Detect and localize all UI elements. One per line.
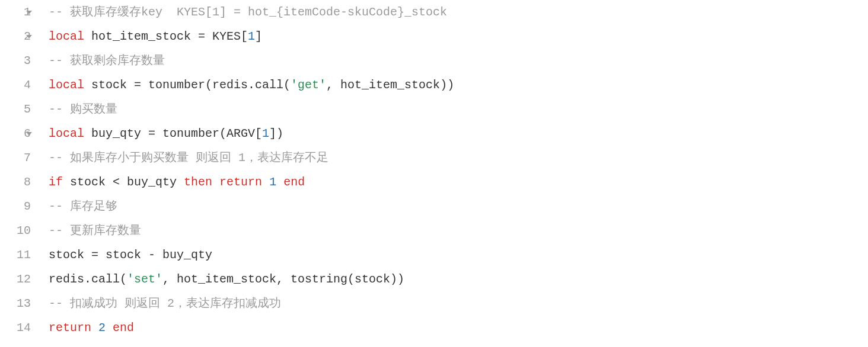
token-identifier bbox=[276, 175, 283, 189]
line-number-text: 3 bbox=[24, 54, 31, 68]
token-keyword: end bbox=[283, 175, 305, 189]
token-keyword: return bbox=[49, 321, 91, 335]
token-comment: -- 获取剩余库存数量 bbox=[49, 54, 165, 68]
line-number: 4 bbox=[0, 73, 31, 97]
code-line[interactable]: -- 购买数量 bbox=[49, 97, 868, 121]
fold-toggle-icon[interactable] bbox=[26, 35, 32, 38]
line-number: 5 bbox=[0, 97, 31, 121]
token-comment: -- 如果库存小于购买数量 则返回 1，表达库存不足 bbox=[49, 151, 328, 165]
token-identifier: ] bbox=[255, 30, 262, 43]
token-keyword: return bbox=[219, 175, 262, 189]
line-number-text: 8 bbox=[24, 175, 31, 189]
token-identifier: , hot_item_stock, tostring(stock)) bbox=[162, 272, 404, 286]
line-number: 13 bbox=[0, 291, 31, 316]
token-identifier: hot_item_stock = KYES[ bbox=[84, 30, 248, 43]
line-number-text: 5 bbox=[24, 102, 31, 116]
line-number-text: 11 bbox=[17, 248, 31, 262]
line-number: 6 bbox=[0, 121, 31, 146]
token-identifier bbox=[212, 175, 219, 189]
code-line[interactable]: if stock < buy_qty then return 1 end bbox=[49, 170, 868, 194]
token-comment: -- 扣减成功 则返回 2，表达库存扣减成功 bbox=[49, 297, 281, 310]
line-number-text: 4 bbox=[24, 78, 31, 92]
token-string: 'set' bbox=[127, 272, 162, 286]
token-number: 1 bbox=[262, 127, 269, 140]
token-identifier bbox=[106, 321, 113, 335]
code-line[interactable]: -- 库存足够 bbox=[49, 194, 868, 219]
line-number: 3 bbox=[0, 49, 31, 73]
line-number-text: 7 bbox=[24, 151, 31, 165]
token-keyword: local bbox=[49, 127, 84, 140]
line-number-text: 14 bbox=[17, 321, 31, 335]
token-keyword: local bbox=[49, 30, 84, 43]
fold-toggle-icon[interactable] bbox=[26, 11, 32, 14]
line-number: 11 bbox=[0, 243, 31, 267]
code-line[interactable]: -- 更新库存数量 bbox=[49, 219, 868, 243]
token-comment: -- 库存足够 bbox=[49, 200, 117, 213]
line-number: 7 bbox=[0, 146, 31, 170]
code-line[interactable]: -- 扣减成功 则返回 2，表达库存扣减成功 bbox=[49, 291, 868, 316]
line-number-text: 13 bbox=[17, 297, 31, 310]
code-line[interactable]: return 2 end bbox=[49, 316, 868, 340]
token-number: 1 bbox=[248, 30, 255, 43]
token-comment: -- 获取库存缓存key KYES[1] = hot_{itemCode-sku… bbox=[49, 5, 447, 19]
code-line[interactable]: local hot_item_stock = KYES[1] bbox=[49, 24, 868, 49]
line-number: 9 bbox=[0, 194, 31, 219]
token-identifier: ]) bbox=[269, 127, 283, 140]
token-identifier bbox=[91, 321, 98, 335]
line-number: 10 bbox=[0, 219, 31, 243]
token-identifier: redis.call( bbox=[49, 272, 127, 286]
token-number: 1 bbox=[269, 175, 276, 189]
code-line[interactable]: -- 如果库存小于购买数量 则返回 1，表达库存不足 bbox=[49, 146, 868, 170]
code-line[interactable]: local stock = tonumber(redis.call('get',… bbox=[49, 73, 868, 97]
code-line[interactable]: local buy_qty = tonumber(ARGV[1]) bbox=[49, 121, 868, 146]
code-line[interactable]: stock = stock - buy_qty bbox=[49, 243, 868, 267]
line-number-text: 12 bbox=[17, 272, 31, 286]
token-keyword: then bbox=[184, 175, 212, 189]
line-number: 2 bbox=[0, 24, 31, 49]
code-editor[interactable]: -- 获取库存缓存key KYES[1] = hot_{itemCode-sku… bbox=[42, 0, 868, 340]
code-line[interactable]: -- 获取剩余库存数量 bbox=[49, 49, 868, 73]
line-number: 12 bbox=[0, 267, 31, 291]
token-keyword: local bbox=[49, 78, 84, 92]
line-number-text: 9 bbox=[24, 200, 31, 213]
token-comment: -- 更新库存数量 bbox=[49, 224, 141, 237]
token-identifier: buy_qty = tonumber(ARGV[ bbox=[84, 127, 262, 140]
line-number-gutter: 1234567891011121314 bbox=[0, 0, 42, 340]
token-identifier: stock = stock - buy_qty bbox=[49, 248, 212, 262]
code-line[interactable]: redis.call('set', hot_item_stock, tostri… bbox=[49, 267, 868, 291]
fold-toggle-icon[interactable] bbox=[26, 132, 32, 136]
token-string: 'get' bbox=[291, 78, 326, 92]
code-line[interactable]: -- 获取库存缓存key KYES[1] = hot_{itemCode-sku… bbox=[49, 0, 868, 24]
token-keyword: if bbox=[49, 175, 63, 189]
line-number: 14 bbox=[0, 316, 31, 340]
token-identifier: stock < buy_qty bbox=[63, 175, 184, 189]
token-number: 2 bbox=[98, 321, 106, 335]
token-comment: -- 购买数量 bbox=[49, 102, 117, 116]
line-number-text: 10 bbox=[17, 224, 31, 237]
token-keyword: end bbox=[113, 321, 134, 335]
line-number: 1 bbox=[0, 0, 31, 24]
token-identifier bbox=[262, 175, 269, 189]
line-number: 8 bbox=[0, 170, 31, 194]
token-identifier: , hot_item_stock)) bbox=[326, 78, 454, 92]
token-identifier: stock = tonumber(redis.call( bbox=[84, 78, 291, 92]
